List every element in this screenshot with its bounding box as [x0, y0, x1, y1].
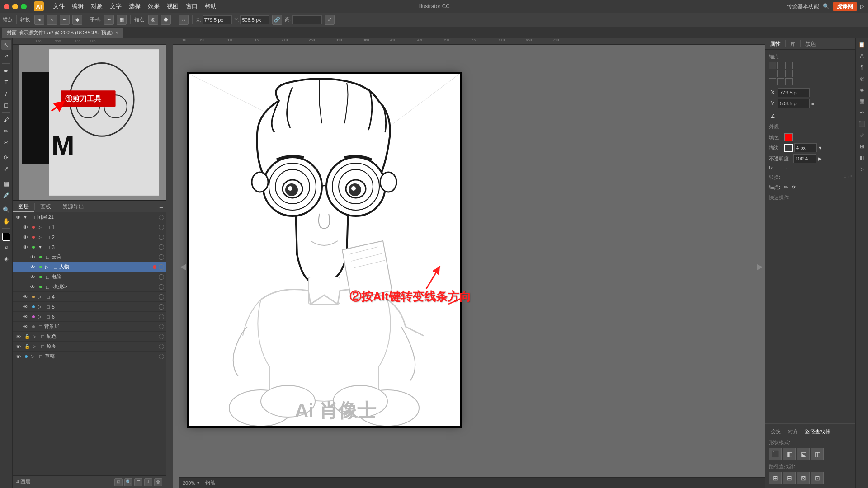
- layer-item[interactable]: 👁 ▼ □ 3: [13, 242, 166, 252]
- tab-align[interactable]: 对齐: [786, 427, 800, 436]
- layer-expand-toggle[interactable]: ▼: [38, 244, 44, 249]
- tab-properties[interactable]: 属性: [765, 38, 785, 50]
- layer-visibility-toggle[interactable]: 👁: [29, 263, 36, 271]
- x-expand-icon[interactable]: ≡: [811, 90, 814, 95]
- layer-item[interactable]: 👁 ▷ □ 1: [13, 222, 166, 232]
- layer-target-circle[interactable]: [159, 314, 164, 319]
- anchor-tc[interactable]: [777, 62, 784, 69]
- scissors-tool[interactable]: ✂: [1, 137, 11, 147]
- layer-visibility-toggle[interactable]: 👁: [14, 343, 22, 350]
- anchor-mr[interactable]: [785, 70, 793, 77]
- x-prop-input[interactable]: [778, 88, 810, 97]
- canvas-area[interactable]: 10 60 110 160 210 260 310 360 410 460 51…: [166, 38, 765, 488]
- layer-item[interactable]: 👁 ▷ □ 5: [13, 302, 166, 312]
- tab-asset-export[interactable]: 资源导出: [57, 201, 90, 212]
- convert-btn3[interactable]: ✒: [60, 15, 70, 25]
- layer-item[interactable]: 👁 🔒 ▷ □ 配色: [13, 332, 166, 342]
- merge-btn[interactable]: ⊠: [797, 472, 810, 484]
- layer-visibility-toggle[interactable]: 👁: [22, 224, 29, 231]
- layer-visibility-toggle[interactable]: 👁: [29, 283, 36, 291]
- tab-libraries[interactable]: 库: [786, 38, 800, 50]
- layer-item[interactable]: 👁 ▷ □ 4: [13, 292, 166, 302]
- hand-tool[interactable]: ✋: [1, 216, 11, 226]
- paintbrush-tool[interactable]: 🖌: [1, 115, 11, 125]
- stroke-weight-input[interactable]: [794, 143, 817, 152]
- canvas-scroll-right[interactable]: ▶: [757, 262, 763, 272]
- new-layer-btn[interactable]: 🔍: [124, 478, 132, 486]
- maximize-button[interactable]: [21, 4, 27, 9]
- anchor-btn[interactable]: ◎: [148, 15, 158, 25]
- fill-color-swatch[interactable]: [2, 233, 10, 241]
- layer-target-circle[interactable]: [159, 344, 164, 349]
- canvas-scroll-left[interactable]: ◀: [180, 262, 186, 272]
- layer-visibility-toggle[interactable]: 👁: [29, 253, 36, 261]
- layer-visibility-toggle[interactable]: 👁: [22, 313, 29, 320]
- layer-expand-toggle[interactable]: ▼: [23, 215, 29, 220]
- anchor-br[interactable]: [785, 78, 793, 85]
- type-tool[interactable]: T: [1, 77, 11, 87]
- anchor-ml[interactable]: [769, 70, 776, 77]
- menu-select[interactable]: 选择: [129, 2, 141, 10]
- panel-toggle-icon[interactable]: ▷: [860, 3, 864, 9]
- layer-target-circle[interactable]: [159, 304, 164, 310]
- swatches-panel-icon[interactable]: ⬛: [857, 119, 867, 129]
- stroke-weight-expand[interactable]: ▾: [819, 145, 821, 151]
- layer-expand-toggle[interactable]: ▷: [33, 334, 39, 339]
- character-panel-icon[interactable]: A: [857, 51, 867, 61]
- layer-target-circle[interactable]: [159, 354, 164, 359]
- menu-object[interactable]: 对象: [91, 2, 103, 10]
- pen-btn[interactable]: ✒: [104, 15, 114, 25]
- search-icon[interactable]: 🔍: [823, 3, 830, 9]
- layer-visibility-toggle[interactable]: 👁: [14, 214, 22, 221]
- layers-panel-icon[interactable]: ▦: [857, 96, 867, 106]
- transform-btn[interactable]: ⤢: [325, 15, 335, 25]
- properties-panel-icon[interactable]: 📋: [857, 40, 867, 50]
- direct-select-tool[interactable]: ↗: [1, 51, 11, 61]
- y-expand-icon[interactable]: ≡: [811, 101, 814, 106]
- anchor2-edit-icon[interactable]: ✏: [784, 184, 788, 190]
- tab-color[interactable]: 颜色: [801, 38, 821, 50]
- y-input[interactable]: [240, 15, 269, 24]
- zoom-control[interactable]: 200% ▾: [183, 480, 200, 486]
- opacity-input[interactable]: [793, 154, 816, 163]
- layer-visibility-toggle[interactable]: 👁: [22, 303, 29, 310]
- layer-item[interactable]: 👁 □ 电脑: [13, 272, 166, 282]
- layer-visibility-toggle[interactable]: 👁: [22, 323, 29, 330]
- feature-selector[interactable]: 传统基本功能: [787, 3, 819, 10]
- pen-tool[interactable]: ✒: [1, 66, 11, 76]
- y-prop-input[interactable]: [778, 99, 810, 108]
- pencil-tool[interactable]: ✏: [1, 126, 11, 136]
- stroke-color-swatch[interactable]: [784, 144, 793, 152]
- tab-artboards[interactable]: 画板: [35, 201, 57, 212]
- layer-list[interactable]: 👁 ▼ □ 图层 21 👁 ▷ □ 1 👁: [13, 212, 166, 475]
- layer-target-circle[interactable]: [159, 244, 164, 250]
- pathfinder-panel-icon[interactable]: ◧: [857, 153, 867, 163]
- zoom-tool[interactable]: 🔍: [1, 205, 11, 215]
- menu-edit[interactable]: 编辑: [72, 2, 84, 10]
- transform-icon1[interactable]: ⇄: [848, 174, 852, 179]
- tab-pathfinder[interactable]: 路径查找器: [803, 427, 832, 436]
- layer-visibility-toggle[interactable]: 👁: [22, 293, 29, 300]
- paragraph-panel-icon[interactable]: ¶: [857, 62, 867, 72]
- layer-expand-toggle[interactable]: ▷: [38, 294, 44, 299]
- layer-visibility-toggle[interactable]: 👁: [14, 353, 22, 360]
- anchor-tl[interactable]: [769, 62, 776, 69]
- x-input[interactable]: [203, 15, 232, 24]
- layer-menu-btn[interactable]: ☰: [159, 204, 163, 209]
- fx-more[interactable]: ···: [784, 165, 788, 170]
- menu-text[interactable]: 文字: [110, 2, 122, 10]
- align-panel-icon[interactable]: ⊞: [857, 141, 867, 151]
- shape-tool[interactable]: ◻: [1, 100, 11, 110]
- layer-item[interactable]: 👁 ▷ □ 人物: [13, 262, 166, 272]
- anchor-btn2[interactable]: ⬟: [161, 15, 171, 25]
- layer-expand-toggle[interactable]: ▷: [38, 225, 44, 230]
- layer-item[interactable]: 👁 □ 背景层: [13, 322, 166, 332]
- layer-target-circle[interactable]: [159, 264, 164, 270]
- anchor-bc[interactable]: [777, 78, 784, 85]
- menu-file[interactable]: 文件: [53, 2, 65, 10]
- tab-transform[interactable]: 变换: [769, 427, 783, 436]
- line-tool[interactable]: /: [1, 89, 11, 99]
- layer-item[interactable]: 👁 ▷ □ 6: [13, 312, 166, 322]
- anchor-tr[interactable]: [785, 62, 793, 69]
- pen-btn2[interactable]: ▦: [117, 15, 127, 25]
